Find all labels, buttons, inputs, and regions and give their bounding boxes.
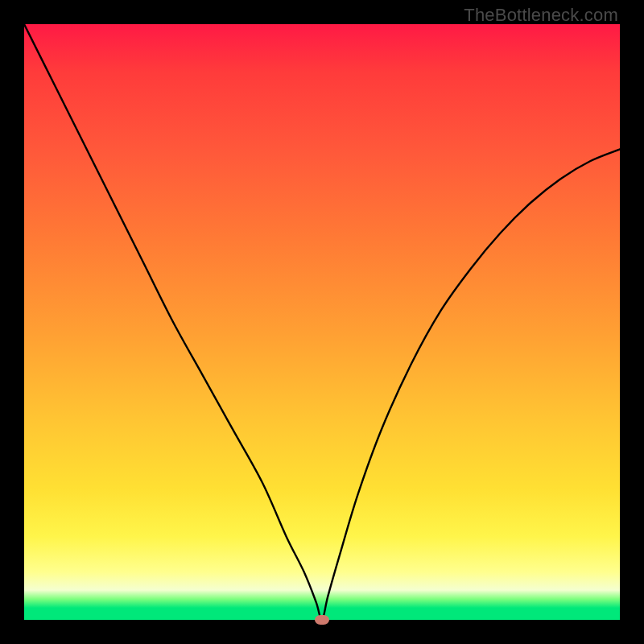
chart-frame: TheBottleneck.com xyxy=(0,0,644,644)
plot-area xyxy=(24,24,620,620)
watermark-text: TheBottleneck.com xyxy=(464,5,618,26)
optimal-point-marker xyxy=(315,615,329,625)
bottleneck-curve xyxy=(24,24,620,620)
